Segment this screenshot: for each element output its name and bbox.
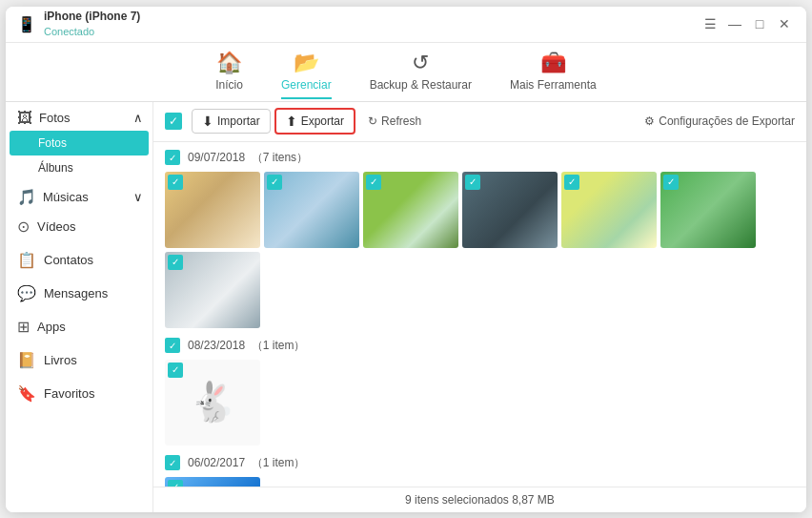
titlebar: 📱 iPhone (iPhone 7) Conectado ☰ — □ ✕	[6, 7, 806, 43]
photo-checkbox[interactable]: ✓	[366, 175, 381, 190]
books-icon: 📔	[17, 351, 36, 369]
sidebar-videos-label: Vídeos	[37, 219, 75, 234]
refresh-button[interactable]: ↻ Refresh	[359, 110, 430, 133]
configuracoes-label: Configurações de Exportar	[659, 114, 795, 128]
importar-button[interactable]: ⬇ Importar	[192, 109, 271, 134]
folder-icon: 📂	[294, 51, 319, 75]
gear-icon: ⚙	[644, 114, 655, 128]
close-button[interactable]: ✕	[774, 13, 795, 34]
importar-label: Importar	[217, 114, 260, 128]
sidebar-apps-label: Apps	[37, 320, 66, 334]
sidebar-item-livros[interactable]: 📔 Livros	[6, 343, 152, 377]
photo-checkbox[interactable]: ✓	[663, 175, 679, 190]
sidebar-contatos-label: Contatos	[44, 253, 93, 267]
photo-thumb[interactable]: ✓	[264, 172, 359, 248]
date-group-2: ✓ 08/23/2018 （1 item） ✓ 🐇	[165, 338, 795, 445]
date-group-1: ✓ 09/07/2018 （7 itens） ✓ ✓ ✓	[165, 150, 795, 328]
contacts-icon: 📋	[17, 251, 36, 269]
photo-thumb[interactable]: ✓	[363, 172, 458, 248]
tab-gerenciar[interactable]: 📂 Gerenciar	[281, 51, 332, 99]
exportar-label: Exportar	[301, 114, 344, 128]
minimize-button[interactable]: —	[724, 13, 745, 34]
photos-icon: 🖼	[17, 110, 32, 127]
tab-inicio-label: Início	[215, 78, 243, 92]
tab-inicio[interactable]: 🏠 Início	[215, 51, 243, 99]
sidebar-mensagens-label: Mensagens	[44, 286, 108, 300]
tab-backup-label: Backup & Restaurar	[370, 78, 472, 92]
favorites-icon: 🔖	[17, 384, 36, 403]
apps-icon: ⊞	[17, 318, 30, 336]
group-checkbox-2[interactable]: ✓	[165, 338, 180, 353]
group-checkbox-1[interactable]: ✓	[165, 150, 180, 165]
photo-checkbox[interactable]: ✓	[168, 480, 183, 487]
date-header-3: ✓ 06/02/2017 （1 item）	[165, 455, 795, 471]
photo-checkbox[interactable]: ✓	[267, 175, 282, 190]
maximize-button[interactable]: □	[749, 13, 770, 34]
date-label-2: 08/23/2018 （1 item）	[188, 338, 305, 354]
sidebar-item-musicas[interactable]: 🎵 Músicas ∨	[6, 180, 152, 210]
sidebar-item-fotos[interactable]: 🖼 Fotos ∧	[6, 102, 152, 131]
main-window: 📱 iPhone (iPhone 7) Conectado ☰ — □ ✕ 🏠 …	[6, 7, 806, 512]
photo-thumb-blue[interactable]: ✓	[165, 477, 260, 487]
date-group-3: ✓ 06/02/2017 （1 item） ✓	[165, 455, 795, 487]
main-content: 🖼 Fotos ∧ Fotos Álbuns 🎵 Músicas ∨ ⊙ Víd…	[6, 102, 806, 512]
photo-checkbox[interactable]: ✓	[168, 175, 183, 190]
sidebar-livros-label: Livros	[44, 353, 77, 367]
photo-checkbox[interactable]: ✓	[168, 255, 183, 270]
video-icon: ⊙	[17, 218, 30, 236]
date-header-1: ✓ 09/07/2018 （7 itens）	[165, 150, 795, 166]
backup-icon: ↺	[412, 51, 429, 75]
photo-area: ✓ 09/07/2018 （7 itens） ✓ ✓ ✓	[153, 142, 806, 487]
toolbox-icon: 🧰	[540, 51, 566, 75]
sidebar-item-videos[interactable]: ⊙ Vídeos	[6, 210, 152, 243]
configuracoes-button[interactable]: ⚙ Configurações de Exportar	[644, 114, 795, 128]
photo-thumb[interactable]: ✓	[165, 252, 260, 328]
music-icon: 🎵	[17, 188, 36, 206]
photo-grid-2: ✓ 🐇	[165, 360, 795, 445]
tab-backup[interactable]: ↺ Backup & Restaurar	[370, 51, 472, 99]
sidebar-fotos-label: Fotos	[39, 111, 71, 125]
device-info: iPhone (iPhone 7) Conectado	[44, 10, 140, 38]
sidebar-subitem-albuns[interactable]: Álbuns	[6, 155, 152, 180]
refresh-icon: ↻	[368, 114, 377, 128]
date-label-3: 06/02/2017 （1 item）	[188, 455, 305, 471]
sidebar-subitem-fotos[interactable]: Fotos	[10, 131, 149, 155]
window-controls: ☰ — □ ✕	[700, 13, 795, 34]
status-text: 9 itens selecionados 8,87 MB	[405, 493, 555, 507]
status-bar: 9 itens selecionados 8,87 MB	[153, 487, 806, 512]
sidebar-item-favoritos[interactable]: 🔖 Favoritos	[6, 377, 152, 410]
chevron-up-icon: ∧	[133, 111, 143, 125]
photo-thumb[interactable]: ✓	[165, 172, 260, 248]
messages-icon: 💬	[17, 284, 36, 302]
photo-thumb[interactable]: ✓	[660, 172, 756, 248]
sidebar-item-apps[interactable]: ⊞ Apps	[6, 310, 152, 343]
sidebar-item-contatos[interactable]: 📋 Contatos	[6, 243, 152, 277]
content-area: ✓ ⬇ Importar ⬆ Exportar ↻ Refresh ⚙ Conf…	[153, 102, 806, 512]
home-icon: 🏠	[216, 51, 242, 75]
date-label-1: 09/07/2018 （7 itens）	[188, 150, 308, 166]
photo-thumb[interactable]: ✓	[462, 172, 558, 248]
device-name: iPhone (iPhone 7)	[44, 10, 140, 25]
exportar-button[interactable]: ⬆ Exportar	[274, 108, 355, 135]
nav-tabs: 🏠 Início 📂 Gerenciar ↺ Backup & Restaura…	[6, 43, 806, 102]
chevron-down-icon: ∨	[133, 190, 143, 204]
menu-button[interactable]: ☰	[700, 13, 721, 34]
date-header-2: ✓ 08/23/2018 （1 item）	[165, 338, 795, 354]
group-checkbox-3[interactable]: ✓	[165, 455, 180, 470]
sidebar-item-mensagens[interactable]: 💬 Mensagens	[6, 277, 152, 310]
photo-checkbox[interactable]: ✓	[168, 363, 183, 378]
tab-gerenciar-label: Gerenciar	[281, 78, 332, 92]
device-status: Conectado	[44, 25, 140, 38]
photo-checkbox[interactable]: ✓	[564, 175, 579, 190]
select-all-checkbox[interactable]: ✓	[165, 113, 182, 130]
photo-checkbox[interactable]: ✓	[465, 175, 480, 190]
import-icon: ⬇	[202, 114, 213, 129]
sidebar-favoritos-label: Favoritos	[44, 386, 94, 401]
tab-ferramenta[interactable]: 🧰 Mais Ferramenta	[510, 51, 597, 99]
sidebar-musicas-label: Músicas	[43, 190, 89, 204]
phone-icon: 📱	[17, 15, 36, 33]
photo-thumb-rabbit[interactable]: ✓ 🐇	[165, 360, 260, 445]
photo-thumb[interactable]: ✓	[561, 172, 657, 248]
refresh-label: Refresh	[381, 114, 421, 128]
photo-grid-3: ✓	[165, 477, 795, 487]
